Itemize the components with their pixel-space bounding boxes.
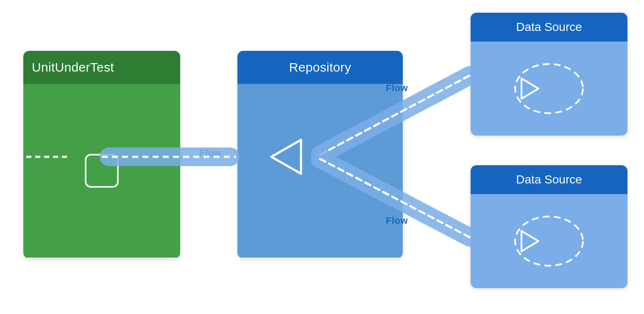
unit-under-test-title: UnitUnderTest: [32, 60, 114, 74]
data-source-bottom-box: Data Source: [471, 165, 627, 288]
flow-label-top: Flow: [386, 83, 408, 94]
repository-box: Repository: [237, 51, 403, 258]
flow-label-main: Flow: [199, 147, 221, 158]
data-source-bottom-header: Data Source: [471, 165, 627, 194]
flow-label-bottom: Flow: [386, 215, 408, 226]
repository-body: [237, 84, 403, 258]
data-source-bottom-title: Data Source: [516, 173, 582, 186]
data-source-top-box: Data Source: [471, 13, 627, 136]
unit-under-test-header: UnitUnderTest: [23, 51, 180, 84]
data-source-top-body: [471, 42, 627, 136]
unit-icon: [85, 154, 119, 188]
data-source-bottom-body: [471, 194, 627, 288]
unit-under-test-body: [23, 84, 180, 258]
unit-under-test-box: UnitUnderTest: [23, 51, 180, 258]
repository-header: Repository: [237, 51, 403, 84]
diagram-container: UnitUnderTest Repository Data Source Dat…: [0, 0, 644, 314]
data-source-top-header: Data Source: [471, 13, 627, 42]
repository-title: Repository: [289, 60, 351, 74]
data-source-top-title: Data Source: [516, 20, 582, 33]
